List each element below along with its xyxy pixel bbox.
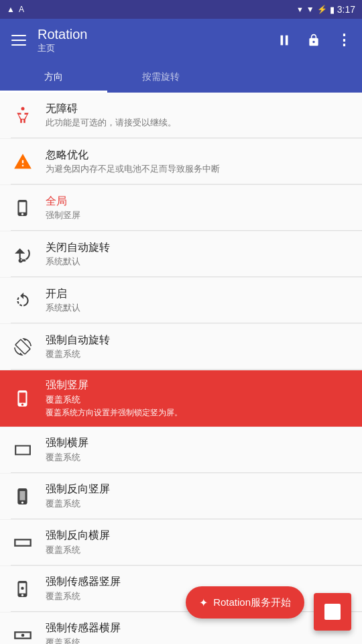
item-title-enable: 开启: [46, 287, 351, 301]
fab-stop[interactable]: [314, 593, 351, 631]
list-item-no-barrier[interactable]: 无障碍 此功能是可选的，请接受以继续。: [0, 93, 362, 138]
item-content-close-auto: 关闭自动旋转 系统默认: [46, 241, 351, 268]
toolbar-subtitle: 主页: [38, 42, 271, 54]
android-icon: ▲: [7, 5, 15, 14]
item-title-force-landscape: 强制横屏: [46, 436, 351, 450]
toolbar: Rotation 主页 ⋮: [0, 19, 362, 62]
item-content-ignore-opt: 忽略优化 为避免因内存不足或电池不足而导致服务中断: [46, 148, 351, 176]
battery-charging-icon: ⚡: [317, 5, 327, 14]
item-title-force-auto: 强制自动旋转: [46, 333, 351, 347]
item-subtitle-force-landscape: 覆盖系统: [46, 451, 351, 464]
toolbar-actions: ⋮: [271, 27, 357, 54]
hamburger-icon: [11, 35, 26, 46]
service-button[interactable]: ✦ Rotation服务开始: [186, 586, 304, 619]
menu-button[interactable]: [5, 27, 32, 54]
clock: 3:17: [337, 4, 355, 15]
force-rotation-icon: [11, 335, 35, 359]
phone-portrait-icon: [11, 196, 35, 220]
lock-icon: [307, 34, 320, 47]
tabs: 方向 按需旋转: [0, 62, 362, 93]
status-bar-right: ▼ ▼ ⚡ ▮ 3:17: [296, 4, 355, 15]
status-bar: ▲ A ▼ ▼ ⚡ ▮ 3:17: [0, 0, 362, 19]
item-subtitle-force-auto: 覆盖系统: [46, 348, 351, 360]
item-content-force-reverse-landscape: 强制反向横屏 覆盖系统: [46, 529, 351, 556]
item-content-global: 全局 强制竖屏: [46, 195, 351, 222]
status-bar-left: ▲ A: [7, 5, 24, 14]
reverse-portrait-icon: [11, 484, 35, 508]
stop-icon: [324, 604, 341, 620]
item-content-enable: 开启 系统默认: [46, 287, 351, 315]
sim-icon: A: [19, 5, 24, 14]
item-subtitle-force-reverse-landscape: 覆盖系统: [46, 544, 351, 556]
service-button-label: Rotation服务开始: [213, 596, 291, 609]
battery-icon: ▮: [330, 5, 335, 15]
item-subtitle-force-portrait: 覆盖系统: [46, 394, 351, 406]
tab-direction[interactable]: 方向: [0, 62, 107, 93]
list-item-enable[interactable]: 开启 系统默认: [0, 278, 362, 323]
more-button[interactable]: ⋮: [330, 27, 357, 54]
sensor-landscape-icon: [11, 623, 35, 644]
item-title-global: 全局: [46, 195, 351, 209]
app-name: Rotation: [38, 26, 271, 42]
list-item-global[interactable]: 全局 强制竖屏: [0, 185, 362, 231]
landscape-icon: [11, 438, 35, 462]
sensor-portrait-icon: [11, 577, 35, 601]
list-item-force-auto[interactable]: 强制自动旋转 覆盖系统: [0, 324, 362, 370]
signal-icon: ▼: [296, 5, 304, 13]
item-content-force-landscape: 强制横屏 覆盖系统: [46, 436, 351, 464]
item-title-ignore-opt: 忽略优化: [46, 148, 351, 162]
item-content-force-auto: 强制自动旋转 覆盖系统: [46, 333, 351, 361]
list-item-force-reverse-portrait[interactable]: 强制反向竖屏 覆盖系统: [0, 474, 362, 519]
svg-rect-1: [286, 36, 288, 46]
list-item-close-auto[interactable]: 关闭自动旋转 系统默认: [0, 231, 362, 277]
pause-icon: [277, 33, 292, 48]
item-subtitle-enable: 系统默认: [46, 302, 351, 314]
tab-on-demand[interactable]: 按需旋转: [107, 62, 215, 93]
item-subtitle-global: 强制竖屏: [46, 209, 351, 221]
svg-rect-0: [281, 36, 284, 46]
item-content-no-barrier: 无障碍 此功能是可选的，请接受以继续。: [46, 102, 351, 129]
pause-button[interactable]: [271, 27, 298, 54]
item-title-no-barrier: 无障碍: [46, 102, 351, 116]
list-item-force-sensor-landscape[interactable]: 强制传感器横屏 覆盖系统: [0, 612, 362, 644]
svg-point-3: [21, 587, 23, 590]
rotation-on-icon: [11, 288, 35, 313]
svg-point-2: [21, 107, 25, 111]
item-title-force-portrait: 强制竖屏: [46, 378, 351, 392]
item-title-force-sensor-landscape: 强制传感器横屏: [46, 621, 351, 635]
list-item-force-sensor-portrait[interactable]: 强制传感器竖屏 覆盖系统: [0, 566, 362, 612]
list-item-force-landscape[interactable]: 强制横屏 覆盖系统: [0, 427, 362, 473]
list-item-ignore-opt[interactable]: 忽略优化 为避免因内存不足或电池不足而导致服务中断: [0, 139, 362, 184]
list-item-force-portrait[interactable]: 强制竖屏 覆盖系统 覆盖系统方向设置并强制锁定竖为屏。: [0, 370, 362, 427]
item-subtitle-close-auto: 系统默认: [46, 256, 351, 268]
item-subtitle-force-sensor-landscape: 覆盖系统: [46, 637, 351, 644]
item-subtitle-ignore-opt: 为避免因内存不足或电池不足而导致服务中断: [46, 163, 351, 175]
service-button-icon: ✦: [199, 596, 208, 609]
item-content-force-reverse-portrait: 强制反向竖屏 覆盖系统: [46, 482, 351, 510]
item-title-close-auto: 关闭自动旋转: [46, 241, 351, 255]
item-title-force-reverse-portrait: 强制反向竖屏: [46, 482, 351, 496]
rotation-off-icon: [11, 242, 35, 266]
item-subtitle-force-reverse-portrait: 覆盖系统: [46, 498, 351, 510]
wifi-icon: ▼: [306, 5, 314, 14]
list-item-force-reverse-landscape[interactable]: 强制反向横屏 覆盖系统: [0, 520, 362, 566]
reverse-landscape-icon: [11, 531, 35, 555]
svg-point-4: [21, 633, 25, 637]
item-note-force-portrait: 覆盖系统方向设置并强制锁定竖为屏。: [46, 407, 351, 419]
toolbar-title: Rotation 主页: [38, 26, 271, 54]
list: 无障碍 此功能是可选的，请接受以继续。 忽略优化 为避免因内存不足或电池不足而导…: [0, 93, 362, 644]
item-subtitle-no-barrier: 此功能是可选的，请接受以继续。: [46, 117, 351, 129]
lock-button[interactable]: [300, 27, 327, 54]
item-title-force-reverse-landscape: 强制反向横屏: [46, 529, 351, 543]
warning-icon: [11, 150, 35, 174]
portrait-icon: [11, 386, 35, 411]
item-content-force-portrait: 强制竖屏 覆盖系统 覆盖系统方向设置并强制锁定竖为屏。: [46, 378, 351, 419]
accessibility-icon: [11, 103, 35, 127]
item-content-force-sensor-landscape: 强制传感器横屏 覆盖系统: [46, 621, 351, 644]
